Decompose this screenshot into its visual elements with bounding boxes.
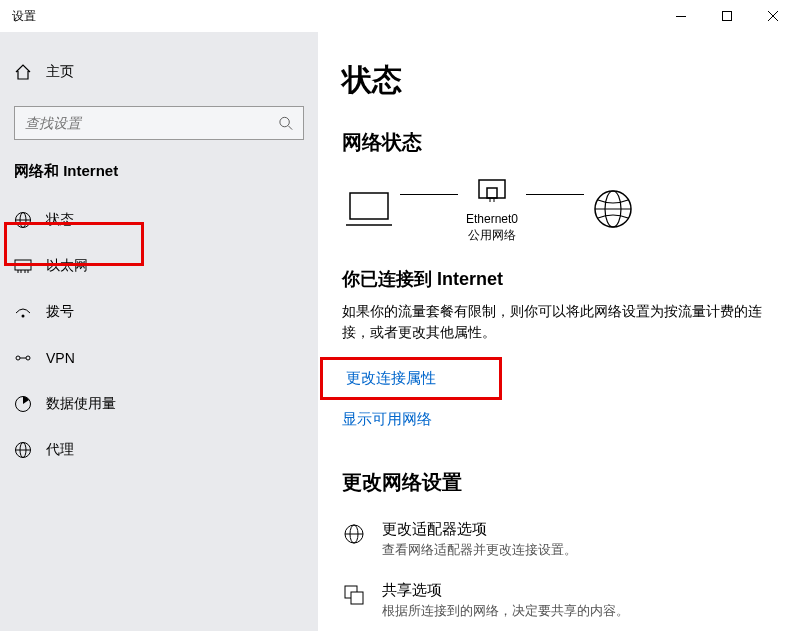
sidebar-item-vpn[interactable]: VPN: [0, 335, 318, 381]
connected-description: 如果你的流量套餐有限制，则你可以将此网络设置为按流量计费的连接，或者更改其他属性…: [342, 301, 766, 343]
network-diagram: Ethernet0 公用网络: [342, 174, 766, 243]
svg-rect-22: [350, 193, 388, 219]
option-sub: 根据所连接到的网络，决定要共享的内容。: [382, 602, 629, 620]
svg-point-16: [26, 356, 30, 360]
sidebar: 主页 网络和 Internet 状态 以太网 拨号: [0, 32, 318, 631]
adapter-icon: [475, 174, 509, 208]
globe-icon: [14, 211, 32, 229]
page-title: 状态: [342, 60, 766, 101]
svg-point-15: [16, 356, 20, 360]
option-title: 更改适配器选项: [382, 520, 577, 539]
svg-point-4: [280, 117, 289, 126]
data-usage-icon: [14, 395, 32, 413]
change-connection-properties-link[interactable]: 更改连接属性: [346, 369, 436, 388]
adapter-options-icon: [342, 522, 366, 546]
svg-point-14: [22, 315, 25, 318]
sharing-icon: [342, 583, 366, 607]
sidebar-item-label: VPN: [46, 350, 75, 366]
sidebar-item-label: 拨号: [46, 303, 74, 321]
sidebar-item-label: 数据使用量: [46, 395, 116, 413]
sidebar-item-dialup[interactable]: 拨号: [0, 289, 318, 335]
sidebar-item-status[interactable]: 状态: [0, 197, 318, 243]
sidebar-item-label: 状态: [46, 211, 74, 229]
sidebar-item-label: 代理: [46, 441, 74, 459]
search-box[interactable]: [14, 106, 304, 140]
minimize-button[interactable]: [658, 0, 704, 32]
proxy-icon: [14, 441, 32, 459]
svg-rect-9: [15, 260, 31, 270]
option-sharing[interactable]: 共享选项 根据所连接到的网络，决定要共享的内容。: [342, 581, 766, 620]
dialup-icon: [14, 303, 32, 321]
sidebar-section-title: 网络和 Internet: [0, 162, 318, 181]
home-icon: [14, 63, 32, 81]
search-icon: [278, 115, 293, 131]
sidebar-item-ethernet[interactable]: 以太网: [0, 243, 318, 289]
svg-rect-35: [351, 592, 363, 604]
computer-icon: [346, 189, 392, 229]
adapter-name: Ethernet0: [466, 212, 518, 228]
maximize-icon: [722, 11, 732, 21]
connected-heading: 你已连接到 Internet: [342, 267, 766, 291]
svg-rect-1: [723, 12, 732, 21]
close-icon: [768, 11, 778, 21]
svg-rect-25: [487, 188, 497, 198]
window-title: 设置: [0, 8, 36, 25]
sidebar-item-proxy[interactable]: 代理: [0, 427, 318, 473]
minimize-icon: [676, 16, 686, 17]
close-button[interactable]: [750, 0, 796, 32]
sidebar-item-datausage[interactable]: 数据使用量: [0, 381, 318, 427]
search-input[interactable]: [25, 115, 278, 131]
change-settings-heading: 更改网络设置: [342, 469, 766, 496]
svg-rect-0: [676, 16, 686, 17]
svg-rect-24: [479, 180, 505, 198]
network-type: 公用网络: [466, 228, 518, 244]
svg-line-5: [288, 126, 292, 130]
sidebar-item-label: 以太网: [46, 257, 88, 275]
internet-globe-icon: [592, 188, 634, 230]
titlebar: 设置: [0, 0, 796, 32]
main-content: 状态 网络状态 Ethernet0 公用网络 你已连接到 Internet: [318, 32, 796, 631]
sidebar-home[interactable]: 主页: [0, 52, 318, 92]
option-sub: 查看网络适配器并更改连接设置。: [382, 541, 577, 559]
network-status-heading: 网络状态: [342, 129, 766, 156]
show-available-networks-link[interactable]: 显示可用网络: [342, 410, 432, 429]
option-title: 共享选项: [382, 581, 629, 600]
option-adapter[interactable]: 更改适配器选项 查看网络适配器并更改连接设置。: [342, 520, 766, 559]
sidebar-home-label: 主页: [46, 63, 74, 81]
maximize-button[interactable]: [704, 0, 750, 32]
ethernet-icon: [14, 257, 32, 275]
vpn-icon: [14, 349, 32, 367]
window-controls: [658, 0, 796, 32]
